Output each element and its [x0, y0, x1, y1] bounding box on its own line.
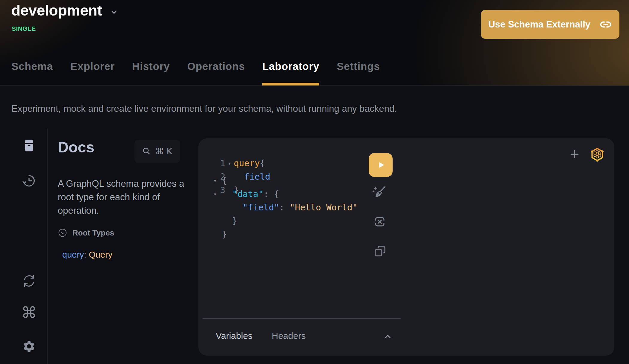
root-type-value: Query — [89, 250, 113, 259]
response-line: } — [213, 227, 358, 241]
copy-query-button[interactable] — [373, 244, 387, 258]
use-schema-externally-button[interactable]: Use Schema Externally — [481, 10, 619, 39]
execute-query-button[interactable] — [369, 153, 393, 177]
tab-operations[interactable]: Operations — [187, 60, 245, 85]
root-type-separator: : — [84, 250, 89, 259]
editor-footer-divider — [203, 318, 401, 319]
sidebar-settings-button[interactable] — [22, 339, 36, 353]
docs-description: A GraphQL schema provides a root type fo… — [58, 177, 192, 217]
merge-icon — [373, 215, 387, 229]
line-number: 1 — [217, 158, 225, 168]
root-type-name: query — [62, 250, 84, 259]
hive-honeycomb-logo[interactable] — [590, 147, 605, 162]
sidebar-docs-button[interactable] — [22, 139, 36, 152]
tab-settings[interactable]: Settings — [337, 60, 380, 85]
tab-laboratory[interactable]: Laboratory — [262, 60, 319, 85]
response-brace: } — [222, 229, 227, 239]
tab-variables[interactable]: Variables — [214, 331, 254, 341]
header: development SINGLE Use Schema Externally… — [0, 0, 629, 86]
link-icon — [599, 18, 612, 31]
refresh-icon — [22, 274, 36, 288]
tab-history[interactable]: History — [132, 60, 170, 85]
sidebar-refresh-button[interactable] — [22, 274, 36, 288]
response-line: ▾ { — [213, 174, 358, 187]
sidebar-history-button[interactable] — [22, 174, 36, 188]
code-brace: { — [260, 158, 265, 168]
fold-toggle-icon[interactable]: ▾ — [213, 191, 222, 197]
code-keyword: query — [234, 158, 260, 168]
add-tab-button[interactable]: + — [568, 144, 581, 163]
code-line: 1 ▾ query{ — [217, 156, 270, 170]
response-viewer: ▾ { ▾ "data": { "field": "Hello World" }… — [213, 174, 358, 241]
response-brace: { — [222, 175, 227, 186]
fold-toggle-icon[interactable]: ▾ — [225, 160, 234, 166]
gear-icon — [22, 339, 36, 353]
docs-search-button[interactable]: ⌘ K — [134, 140, 180, 163]
search-shortcut-label: ⌘ K — [155, 146, 172, 156]
collapse-footer-button[interactable] — [383, 331, 393, 341]
tab-explorer[interactable]: Explorer — [70, 60, 115, 85]
use-schema-externally-label: Use Schema Externally — [488, 19, 590, 30]
page-subtitle: Experiment, mock and create live environ… — [11, 103, 397, 114]
copy-icon — [373, 244, 387, 258]
tab-schema[interactable]: Schema — [11, 60, 53, 85]
graphiql-panel: 1 ▾ query{ 2 field 3 } — [198, 138, 614, 356]
chevron-up-icon — [383, 331, 393, 341]
root-types-header: Root Types — [58, 228, 114, 238]
history-clock-icon — [22, 174, 36, 188]
response-key-data: "data" — [232, 189, 264, 199]
root-types-label: Root Types — [72, 228, 114, 238]
sidebar-shortcuts-button[interactable]: ⌘ — [21, 304, 37, 322]
response-line: "field": "Hello World" — [213, 201, 358, 214]
tab-bar: Schema Explorer History Operations Labor… — [11, 0, 380, 85]
fold-toggle-icon[interactable]: ▾ — [213, 177, 222, 184]
play-icon — [375, 160, 386, 170]
response-key-field: "field" — [243, 202, 279, 212]
response-value: "Hello World" — [290, 202, 358, 212]
prettify-broom-icon — [371, 185, 387, 200]
prettify-query-button[interactable] — [371, 185, 387, 200]
tab-headers[interactable]: Headers — [270, 331, 307, 341]
docs-book-icon — [22, 139, 36, 152]
command-icon: ⌘ — [21, 304, 37, 322]
merge-fragments-button[interactable] — [373, 215, 387, 229]
response-brace: } — [222, 216, 237, 226]
response-line: ▾ "data": { — [213, 187, 358, 201]
sidebar-divider — [47, 129, 48, 364]
docs-panel-title: Docs — [58, 139, 94, 156]
response-line: } — [213, 214, 358, 227]
search-icon — [142, 147, 151, 156]
root-type-query-link[interactable]: query: Query — [62, 250, 113, 260]
circle-tilde-icon — [58, 228, 67, 238]
